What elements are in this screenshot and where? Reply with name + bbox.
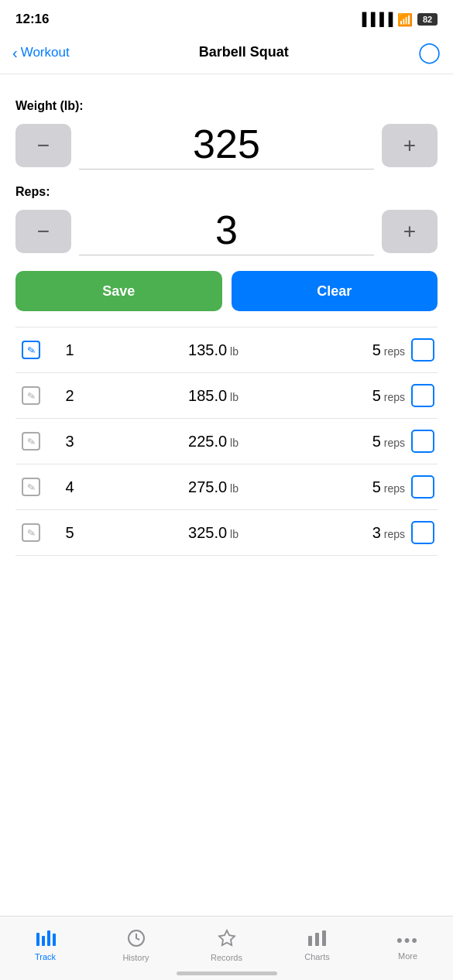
set-checkbox-1[interactable] [411,338,434,362]
wifi-icon: 📶 [397,12,413,27]
set-weight-2: 185.0 lb [93,387,334,405]
reps-stepper: − 3 + [15,207,438,255]
svg-rect-2 [47,930,50,946]
tab-history[interactable]: History [91,917,181,968]
chevron-left-icon: ‹ [12,45,18,60]
pencil-icon: ✎ [26,435,36,448]
weight-value: 325 [79,121,374,170]
tab-more[interactable]: ••• More [362,917,453,968]
set-number-4: 4 [46,478,93,496]
set-weight-1: 135.0 lb [93,341,334,359]
reps-increment-button[interactable]: + [382,210,438,253]
history-icon [127,929,146,951]
set-weight-4: 275.0 lb [93,478,334,496]
set-checkbox-2[interactable] [411,384,434,407]
set-checkbox-3[interactable] [411,430,434,453]
action-buttons: Save Clear [15,271,438,311]
set-row: ✎ 1 135.0 lb 5 reps [15,327,438,373]
nav-bar: ‹ Workout Barbell Squat ◯ [0,34,453,74]
set-number-3: 3 [46,433,93,451]
clear-button[interactable]: Clear [232,271,438,311]
status-icons: ▐▐▐▐ 📶 82 [358,12,438,27]
weight-decrement-button[interactable]: − [15,124,71,167]
set-row: ✎ 4 275.0 lb 5 reps [15,464,438,510]
svg-rect-0 [36,933,39,946]
records-icon [218,929,236,951]
svg-rect-3 [53,934,56,946]
tab-label-more: More [398,951,417,961]
set-row: ✎ 5 325.0 lb 3 reps [15,510,438,556]
set-edit-icon-3[interactable]: ✎ [15,432,46,451]
save-button[interactable]: Save [15,271,222,311]
more-icon: ••• [396,930,419,949]
tab-records[interactable]: Records [181,917,272,968]
pencil-icon: ✎ [26,389,36,403]
weight-stepper: − 325 + [15,121,438,170]
set-edit-icon-1[interactable]: ✎ [15,341,46,359]
set-checkbox-5[interactable] [411,521,434,544]
set-number-5: 5 [46,524,93,542]
charts-icon [307,930,328,950]
weight-section: Weight (lb): − 325 + [15,99,438,170]
set-reps-5: 3 reps [334,524,411,542]
tab-label-records: Records [211,953,242,962]
reps-decrement-button[interactable]: − [15,210,71,253]
tab-bar: Track History Records Charts ••• More [0,916,453,980]
set-number-1: 1 [46,341,93,359]
tab-charts[interactable]: Charts [272,917,362,968]
weight-increment-button[interactable]: + [382,124,438,167]
tab-label-charts: Charts [304,952,329,961]
svg-rect-8 [322,930,326,946]
battery-icon: 82 [417,13,438,26]
set-edit-icon-2[interactable]: ✎ [15,386,46,405]
set-list: ✎ 1 135.0 lb 5 reps ✎ 2 185.0 lb 5 reps … [15,327,438,556]
svg-rect-7 [315,933,319,946]
set-row: ✎ 3 225.0 lb 5 reps [15,419,438,464]
pencil-icon: ✎ [26,481,36,494]
reps-label: Reps: [15,185,438,199]
page-title: Barbell Squat [199,44,289,60]
tab-label-history: History [122,953,149,962]
set-edit-icon-4[interactable]: ✎ [15,478,46,496]
home-indicator [177,971,277,975]
svg-marker-5 [219,930,235,945]
back-label: Workout [21,45,70,60]
set-edit-icon-5[interactable]: ✎ [15,523,46,542]
weight-label: Weight (lb): [15,99,438,113]
content-area: Weight (lb): − 325 + Reps: − 3 + Save Cl… [0,74,453,618]
back-button[interactable]: ‹ Workout [12,45,70,60]
status-bar: 12:16 ▐▐▐▐ 📶 82 [0,0,453,34]
set-weight-3: 225.0 lb [93,433,334,451]
set-number-2: 2 [46,387,93,405]
pencil-icon: ✎ [26,526,36,540]
svg-rect-6 [308,936,312,946]
set-reps-2: 5 reps [334,387,411,405]
tab-label-track: Track [35,952,56,961]
signal-icon: ▐▐▐▐ [358,12,393,26]
tab-track[interactable]: Track [0,917,91,968]
reps-section: Reps: − 3 + [15,185,438,255]
pencil-icon: ✎ [26,344,36,357]
set-reps-4: 5 reps [334,478,411,496]
set-row: ✎ 2 185.0 lb 5 reps [15,373,438,419]
set-reps-1: 5 reps [334,341,411,359]
reps-value: 3 [79,207,374,255]
svg-rect-1 [42,936,45,946]
status-time: 12:16 [15,12,49,27]
track-icon [36,930,56,950]
timer-icon[interactable]: ◯ [418,40,441,64]
set-weight-5: 325.0 lb [93,524,334,542]
set-checkbox-4[interactable] [411,475,434,499]
set-reps-3: 5 reps [334,433,411,451]
